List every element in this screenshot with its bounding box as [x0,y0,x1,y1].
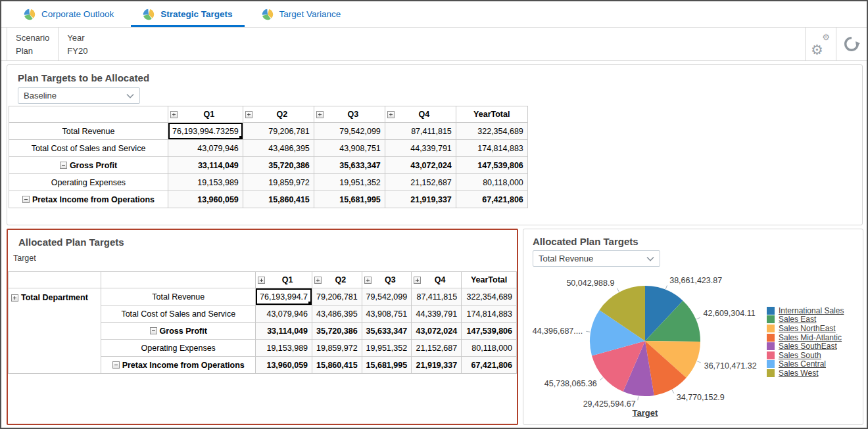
data-cell[interactable]: 21,919,337 [385,191,456,208]
data-cell[interactable]: 35,633,347 [314,157,385,174]
legend-label[interactable]: Sales Central [779,359,826,369]
row-header[interactable]: Total Cost of Sales and Service [101,305,256,323]
data-cell[interactable]: 15,681,995 [362,357,412,374]
data-cell[interactable]: 87,411,815 [385,123,456,140]
column-header-q3[interactable]: Q3 [362,272,412,288]
data-cell[interactable]: 67,421,806 [456,191,527,208]
data-cell[interactable]: 44,339,791 [385,140,456,157]
legend-label[interactable]: Sales South [779,351,821,360]
column-header-q3[interactable]: Q3 [314,106,385,123]
legend-item[interactable]: Sales SouthEast [767,342,844,351]
expand-icon[interactable] [170,111,178,118]
expand-icon[interactable] [364,277,372,284]
legend-label[interactable]: Sales Mid-Atlantic [779,333,842,342]
data-cell[interactable]: 43,079,946 [256,305,312,323]
data-cell[interactable]: 43,486,395 [312,305,362,323]
data-cell[interactable]: 19,153,989 [256,340,312,357]
data-cell[interactable]: 19,951,352 [314,174,385,191]
column-header-q1[interactable]: Q1 [168,106,243,123]
data-cell[interactable]: 43,908,751 [314,140,385,157]
data-cell[interactable]: 13,960,059 [168,191,243,208]
chart-axis-label[interactable]: Target [523,408,767,418]
row-header[interactable]: Operating Expenses [101,340,256,357]
data-cell[interactable]: 19,153,989 [168,174,243,191]
legend-item[interactable]: Sales West [767,369,844,378]
row-header[interactable]: Pretax Income from Operations [101,357,256,374]
data-cell[interactable]: 33,114,049 [256,323,312,340]
tab-target-variance[interactable]: Target Variance [247,1,356,27]
expand-icon[interactable] [314,277,322,284]
legend-item[interactable]: Sales Mid-Atlantic [767,333,844,342]
data-cell[interactable]: 33,114,049 [168,157,243,174]
collapse-icon[interactable] [22,196,30,203]
data-cell[interactable]: 79,206,781 [243,123,314,140]
column-header-q4[interactable]: Q4 [385,106,456,123]
legend-item[interactable]: Sales East [767,315,844,325]
data-cell[interactable]: 19,951,352 [362,340,412,357]
row-header[interactable]: Gross Profit [101,323,256,340]
legend-label[interactable]: International Sales [779,306,844,315]
data-cell[interactable]: 67,421,806 [462,357,517,374]
data-cell[interactable]: 35,720,386 [243,157,314,174]
data-cell[interactable]: 147,539,806 [456,157,527,174]
column-header-yeartotal[interactable]: YearTotal [456,106,527,123]
legend-label[interactable]: Sales East [779,315,816,324]
legend-label[interactable]: Sales West [779,369,818,378]
row-header[interactable]: Total Cost of Sales and Service [9,140,168,157]
data-cell[interactable]: 21,152,687 [385,174,456,191]
data-cell[interactable]: 21,919,337 [412,357,462,374]
data-cell[interactable]: 174,814,883 [462,305,517,323]
legend-label[interactable]: Sales SouthEast [779,342,837,351]
expand-icon[interactable] [258,277,265,284]
data-cell[interactable]: 15,860,415 [312,357,362,374]
expand-icon[interactable] [11,294,18,302]
data-cell[interactable]: 147,539,806 [462,323,517,340]
column-header-q1[interactable]: Q1 [256,272,312,288]
row-header[interactable]: Total Revenue [9,123,168,140]
data-cell[interactable]: 15,681,995 [314,191,385,208]
column-header-q2[interactable]: Q2 [312,272,362,288]
pov-scenario[interactable]: Scenario Plan [7,28,59,60]
pov-scenario-value[interactable]: Plan [16,46,49,56]
data-cell[interactable]: 43,072,024 [412,323,462,340]
tab-strategic-targets[interactable]: Strategic Targets [128,1,247,27]
data-cell-selected[interactable]: 76,193,994.7 [256,288,312,305]
row-header[interactable]: Pretax Income from Operations [9,191,168,208]
data-cell[interactable]: 79,206,781 [312,288,362,305]
pov-year[interactable]: Year FY20 [59,28,96,60]
data-cell[interactable]: 79,542,099 [314,123,385,140]
row-group-total-department[interactable]: Total Department [9,288,101,374]
collapse-icon[interactable] [150,327,157,334]
collapse-icon[interactable] [112,361,120,369]
data-cell[interactable]: 79,542,099 [362,288,412,305]
data-cell[interactable]: 15,860,415 [243,191,314,208]
data-cell[interactable]: 21,152,687 [412,340,462,357]
data-cell[interactable]: 44,339,791 [412,305,462,323]
column-header-q4[interactable]: Q4 [412,272,462,288]
pov-year-value[interactable]: FY20 [67,46,87,56]
data-cell[interactable]: 19,859,972 [243,174,314,191]
expand-icon[interactable] [245,111,253,118]
legend-item[interactable]: Sales South [767,351,844,360]
row-header[interactable]: Total Revenue [101,288,256,305]
row-header[interactable]: Operating Expenses [9,174,168,191]
measure-dropdown[interactable]: Total Revenue [533,250,660,267]
refresh-button[interactable] [836,28,867,60]
data-cell[interactable]: 13,960,059 [256,357,312,374]
data-cell[interactable]: 87,411,815 [412,288,462,305]
data-cell[interactable]: 35,633,347 [362,323,412,340]
version-dropdown[interactable]: Baseline [18,87,140,104]
legend-label[interactable]: Sales NorthEast [779,324,836,333]
tab-corporate-outlook[interactable]: Corporate Outlook [9,1,128,27]
expand-icon[interactable] [316,111,324,118]
data-cell[interactable]: 35,720,386 [312,323,362,340]
column-header-q2[interactable]: Q2 [243,106,314,123]
column-header-yeartotal[interactable]: YearTotal [462,272,517,288]
data-cell[interactable]: 80,118,000 [462,340,517,357]
data-cell[interactable]: 322,354,689 [462,288,517,305]
data-cell[interactable]: 43,072,024 [385,157,456,174]
data-cell[interactable]: 174,814,883 [456,140,527,157]
data-cell[interactable]: 43,486,395 [243,140,314,157]
legend-item[interactable]: Sales NorthEast [767,324,844,333]
row-header[interactable]: Gross Profit [9,157,168,174]
